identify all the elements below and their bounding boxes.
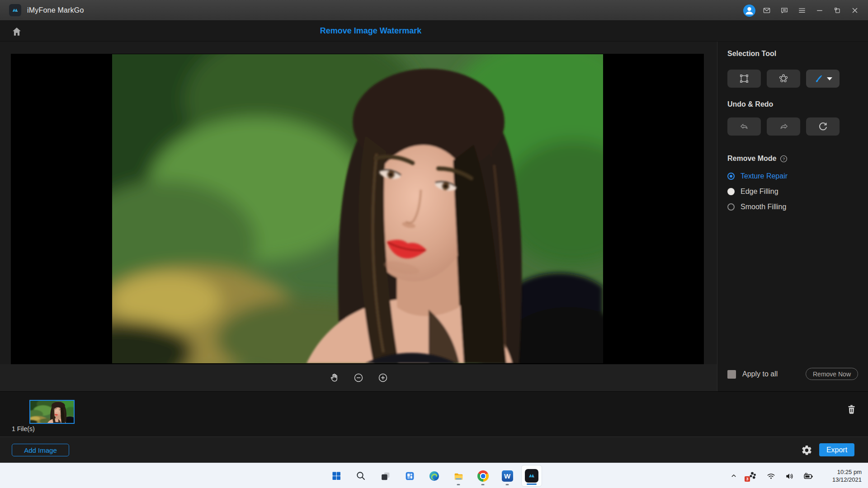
bottom-bar: Add Image Export <box>0 436 868 463</box>
photo-preview[interactable] <box>112 54 603 363</box>
export-button[interactable]: Export <box>819 443 854 456</box>
undo-button[interactable] <box>727 117 761 136</box>
minimize-icon[interactable] <box>813 0 826 21</box>
canvas-controls <box>0 364 717 391</box>
radio-icon[interactable] <box>727 188 735 195</box>
windows-taskbar: W 3 10:25 pm 13/12/2021 <box>0 463 868 488</box>
chevron-up-icon[interactable] <box>728 470 740 482</box>
close-icon[interactable] <box>848 0 862 21</box>
remove-mode-option-smooth-filling[interactable]: Smooth Filling <box>727 202 788 212</box>
radio-selected-icon[interactable] <box>727 173 735 180</box>
add-image-button[interactable]: Add Image <box>12 444 69 456</box>
selection-tool-heading: Selection Tool <box>727 50 776 58</box>
feedback-message-icon[interactable] <box>778 0 791 21</box>
tray-date: 13/12/2021 <box>832 476 862 483</box>
brush-dropdown-caret-icon[interactable] <box>827 77 832 80</box>
menu-icon[interactable] <box>795 0 809 21</box>
notification-app-icon[interactable]: 3 <box>746 470 758 482</box>
file-count-label: 1 File(s) <box>12 425 35 432</box>
right-panel: Selection Tool Undo & Redo <box>717 42 868 391</box>
remove-mode-option-texture-repair[interactable]: Texture Repair <box>727 171 788 182</box>
subheader: Remove Image Watermark <box>0 21 868 42</box>
mail-icon[interactable] <box>760 0 774 21</box>
tray-time: 10:25 pm <box>837 468 862 476</box>
search-icon[interactable] <box>350 465 371 487</box>
polygon-select-button[interactable] <box>767 70 800 88</box>
image-thumbnail[interactable] <box>29 400 75 424</box>
apply-to-all-label: Apply to all <box>742 370 778 378</box>
pan-hand-icon[interactable] <box>328 372 340 384</box>
titlebar: iMyFone MarkGo <box>0 0 868 21</box>
filmstrip: 1 File(s) <box>0 391 868 436</box>
brush-select-button[interactable] <box>806 70 840 88</box>
remove-now-button[interactable]: Remove Now <box>806 368 858 380</box>
file-explorer-icon[interactable] <box>448 465 469 487</box>
trash-icon[interactable] <box>844 402 859 417</box>
rect-select-button[interactable] <box>727 70 761 88</box>
help-circle-icon[interactable]: ? <box>780 155 788 163</box>
chrome-icon[interactable] <box>472 465 493 487</box>
markgo-taskbar-icon[interactable] <box>521 465 542 487</box>
taskbar-clock[interactable]: 10:25 pm 13/12/2021 <box>832 463 862 488</box>
wifi-icon[interactable] <box>765 470 777 482</box>
remove-mode-heading: Remove Mode <box>727 155 776 163</box>
notification-badge: 3 <box>745 476 750 482</box>
zoom-out-icon[interactable] <box>353 372 364 384</box>
task-view-icon[interactable] <box>375 465 396 487</box>
volume-icon[interactable] <box>783 470 795 482</box>
gear-icon[interactable] <box>800 444 813 456</box>
apply-to-all-checkbox[interactable] <box>727 370 736 379</box>
word-icon[interactable]: W <box>497 465 518 487</box>
app-title: iMyFone MarkGo <box>27 6 84 14</box>
page-title: Remove Image Watermark <box>0 26 741 36</box>
app-logo-icon <box>9 4 21 16</box>
start-button-icon[interactable] <box>326 465 347 487</box>
edge-icon[interactable] <box>424 465 444 487</box>
undo-redo-heading: Undo & Redo <box>727 100 773 108</box>
battery-charging-icon[interactable] <box>802 470 814 482</box>
svg-text:?: ? <box>783 156 785 161</box>
account-icon[interactable] <box>742 0 756 21</box>
redo-button[interactable] <box>767 117 800 136</box>
remove-mode-option-edge-filling[interactable]: Edge Filling <box>727 186 788 197</box>
widgets-icon[interactable] <box>399 465 420 487</box>
zoom-in-icon[interactable] <box>377 372 389 384</box>
radio-icon[interactable] <box>727 203 735 211</box>
image-canvas[interactable] <box>11 54 704 364</box>
restore-icon[interactable] <box>830 0 844 21</box>
reset-button[interactable] <box>806 117 840 136</box>
